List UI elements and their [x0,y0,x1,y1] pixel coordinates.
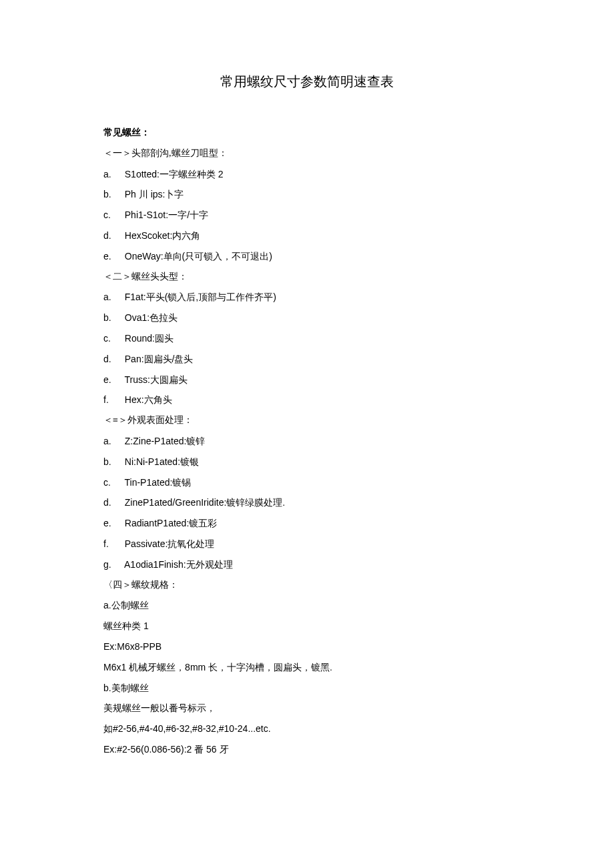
header-common-screws: 常见螺丝： [103,123,511,143]
section-3-item: a. Z:Zine-P1ated:镀锌 [103,431,511,452]
item-text: Phi1-S1ot:一字/十字 [125,209,208,220]
section-3-title: ＜≡＞外观表面处理： [103,410,511,431]
section-3-item: c. Tin-P1ated:镀锡 [103,472,511,493]
item-label: g. [103,554,119,575]
item-text: F1at:平头(锁入后,顶部与工作件齐平) [125,292,276,302]
item-text: ZineP1ated/GreenIridite:镀锌绿膜处理. [125,497,285,508]
section-3-item: e. RadiantP1ated:镀五彩 [103,513,511,534]
section-4-line: 螺丝种类 1 [103,616,511,636]
item-text: Pan:圆扁头/盘头 [125,354,194,364]
item-text: Truss:大圆扁头 [125,374,188,385]
section-2-item: a. F1at:平头(锁入后,顶部与工作件齐平) [103,287,511,308]
item-label: c. [103,328,119,349]
item-label: e. [103,246,119,267]
item-label: f. [103,534,119,554]
item-text: Hex:六角头 [125,394,172,405]
section-4-line: 美规螺丝一般以番号标示， [103,698,511,719]
section-2-item: c. Round:圆头 [103,328,511,349]
item-label: c. [103,205,119,226]
document-title: 常用螺纹尺寸参数简明速查表 [103,67,511,96]
item-label: b. [103,308,119,328]
section-1-item: c. Phi1-S1ot:一字/十字 [103,205,511,226]
item-text: HexScoket:内六角 [125,230,201,241]
section-2-item: d. Pan:圆扁头/盘头 [103,349,511,370]
section-3-item: b. Ni:Ni-P1ated:镀银 [103,452,511,472]
section-3-item: g. A1odia1Finish:无外观处理 [103,554,511,575]
item-text: Round:圆头 [125,333,174,344]
item-label: e. [103,370,119,390]
section-4-line: Ex:M6x8-PPB [103,636,511,657]
section-4-line: 如#2-56,#4-40,#6-32,#8-32,#10-24...etc. [103,719,511,739]
item-text: Ni:Ni-P1ated:镀银 [125,456,199,467]
section-1-item: d. HexScoket:内六角 [103,226,511,246]
section-2-item: e. Truss:大圆扁头 [103,370,511,390]
section-2-title: ＜二＞螺丝头头型： [103,267,511,288]
item-label: b. [103,184,119,205]
section-1-title: ＜一＞头部剖沟,螺丝刀咀型： [103,143,511,164]
item-text: OneWay:单向(只可锁入，不可退出) [125,251,272,262]
section-2-item: b. Ova1:色拉头 [103,308,511,328]
item-label: e. [103,513,119,534]
item-text: Z:Zine-P1ated:镀锌 [125,436,206,446]
item-label: b. [103,452,119,472]
item-label: a. [103,431,119,452]
section-4-line: a.公制螺丝 [103,595,511,616]
section-1-item: b. Ph 川 ips:卜字 [103,184,511,205]
item-label: a. [103,287,119,308]
item-text: RadiantP1ated:镀五彩 [125,518,218,528]
item-label: d. [103,349,119,370]
item-label: c. [103,472,119,493]
item-label: d. [103,492,119,513]
section-4-line: Ex:#2-56(0.086-56):2 番 56 牙 [103,739,511,760]
item-label: f. [103,390,119,410]
section-4-line: M6x1 机械牙螺丝，8mm 长，十字沟槽，圆扁头，镀黑. [103,657,511,678]
item-text: Ova1:色拉头 [125,312,178,323]
item-label: a. [103,164,119,185]
item-label: d. [103,226,119,246]
item-text: A1odia1Finish:无外观处理 [124,559,233,570]
section-4-line: b.美制螺丝 [103,678,511,699]
section-4-title: 〈四＞螺纹规格： [103,575,511,596]
item-text: Ph 川 ips:卜字 [125,189,184,199]
section-1-item: a. S1otted:一字螺丝种类 2 [103,164,511,185]
section-3-item: f. Passivate:抗氧化处理 [103,534,511,554]
section-1-item: e. OneWay:单向(只可锁入，不可退出) [103,246,511,267]
section-2-item: f. Hex:六角头 [103,390,511,410]
section-3-item: d. ZineP1ated/GreenIridite:镀锌绿膜处理. [103,492,511,513]
item-text: S1otted:一字螺丝种类 2 [125,169,224,179]
item-text: Passivate:抗氧化处理 [125,538,215,549]
item-text: Tin-P1ated:镀锡 [125,477,192,488]
